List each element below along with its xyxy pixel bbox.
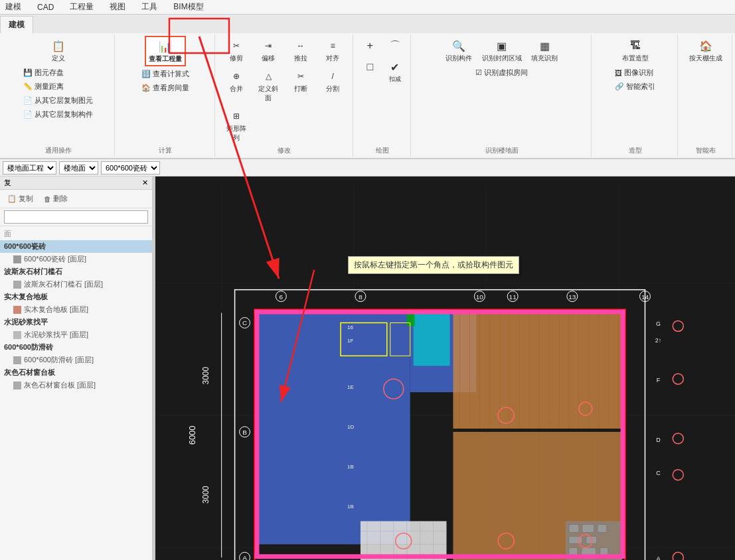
identify-area-button[interactable]: ▣ 识别封闭区域 — [479, 36, 525, 65]
subtract-button[interactable]: ✔ 扣减 — [383, 57, 406, 86]
subtract-icon: ✔ — [386, 59, 404, 75]
image-icon: 🖼 — [615, 69, 622, 77]
fill-identify-button[interactable]: ▦ 填充识别 — [527, 36, 563, 65]
push-pull-button[interactable]: ↔ 推拉 — [285, 36, 316, 65]
svg-text:16: 16 — [347, 324, 353, 330]
copy-action-btn[interactable]: 📋 复制 — [4, 192, 37, 206]
tree-item-basalt[interactable]: 波斯灰石材门槛石 — [0, 265, 152, 278]
ribbon-group-modify: ✂ 修剪 ⇥ 偏移 ↔ 推拉 ≡ 对齐 ⊕ 合并 — [216, 35, 353, 157]
group-label-shape: 造型 — [629, 145, 642, 155]
identify-comp-button[interactable]: 🔍 识别构件 — [441, 36, 477, 65]
align-button[interactable]: ≡ 对齐 — [317, 36, 349, 65]
material-select[interactable]: 600*600瓷砖 — [101, 161, 160, 175]
copy-from-layer-button[interactable]: 📄 从其它层复制图元 — [20, 94, 96, 107]
measure-dist-button[interactable]: 📏 测量距离 — [20, 80, 96, 93]
sidebar-close-icon[interactable]: ✕ — [142, 178, 148, 187]
svg-rect-55 — [582, 524, 594, 532]
break-icon: ✂ — [291, 68, 310, 84]
matrix-button[interactable]: ⊞ 矩形阵列 — [220, 106, 252, 145]
fill-id-icon: ▦ — [535, 38, 554, 54]
merge-button[interactable]: ⊕ 合并 — [220, 66, 252, 105]
delete-action-btn[interactable]: 🗑 删除 — [41, 192, 71, 206]
svg-rect-65 — [254, 554, 625, 559]
split-button[interactable]: / 分割 — [317, 66, 349, 105]
tree-item-ceramic600[interactable]: 600*600瓷砖 — [0, 240, 152, 253]
view-quantities-button[interactable]: 📊 查看工程量 — [145, 36, 186, 66]
ribbon-group-general: 📋 定义 💾 图元存盘 📏 测量距离 📄 从其它层复制图元 — [3, 35, 115, 157]
svg-text:6: 6 — [280, 293, 284, 301]
layout-icon: 🏗 — [626, 38, 645, 54]
define-button[interactable]: 📋 定义 — [42, 36, 75, 65]
menu-tools[interactable]: 工具 — [139, 0, 160, 14]
identify-virtual-button[interactable]: ☑ 识别虚拟房间 — [472, 66, 531, 79]
slope-button[interactable]: △ 定义斜面 — [253, 66, 284, 105]
menu-view[interactable]: 视图 — [107, 0, 128, 14]
menu-bim[interactable]: BIM模型 — [171, 0, 206, 14]
svg-rect-66 — [254, 310, 259, 558]
menu-build[interactable]: 建模 — [3, 0, 24, 14]
tree-item-cement-layer[interactable]: 水泥砂浆找平 [面层] — [0, 328, 152, 341]
tree-item-solidwood[interactable]: 实木复合地板 — [0, 291, 152, 303]
ribbon-tabs: 建模 — [0, 15, 735, 33]
skylight-gen-button[interactable]: 🏠 按天棚生成 — [686, 36, 726, 65]
tree-item-cement[interactable]: 水泥砂浆找平 — [0, 316, 152, 328]
svg-rect-67 — [621, 310, 625, 558]
break-button[interactable]: ✂ 打断 — [285, 66, 316, 105]
view-room-qty-button[interactable]: 🏠 查看房间量 — [138, 82, 193, 94]
floor-select[interactable]: 楼地面 — [59, 161, 98, 175]
wood-color-icon — [13, 306, 21, 314]
group-label-draw: 绘图 — [376, 145, 389, 155]
draw-arc-icon: ⌒ — [386, 38, 404, 54]
image-identify-button[interactable]: 🖼 图像识别 — [612, 66, 659, 79]
floor-eng-select[interactable]: 楼地面工程 — [3, 161, 56, 175]
store-icon: 💾 — [23, 68, 33, 77]
menu-quantities[interactable]: 工程量 — [67, 0, 96, 14]
tree-item-basalt-layer[interactable]: 波斯灰石材门槛石 [面层] — [0, 278, 152, 291]
id-comp-icon: 🔍 — [449, 38, 468, 54]
draw-rect-button[interactable]: □ — [359, 57, 382, 86]
svg-text:1B: 1B — [347, 464, 354, 470]
svg-text:B: B — [242, 429, 247, 436]
draw-line-button[interactable]: + — [359, 36, 382, 56]
tree-item-ceramic600-layer[interactable]: 600*600瓷砖 [面层] — [0, 253, 152, 265]
ribbon-group-items-shape: 🏗 布置造型 🖼 图像识别 🔗 智能索引 — [597, 36, 673, 93]
copy-icon: 📋 — [7, 194, 17, 203]
toolbar-row: 楼地面工程 楼地面 600*600瓷砖 — [0, 159, 735, 176]
tree-item-solidwood-layer[interactable]: 实木复合地板 [面层] — [0, 303, 152, 316]
draw-arc-button[interactable]: ⌒ — [383, 36, 406, 56]
search-input[interactable] — [4, 210, 148, 224]
svg-text:1B: 1B — [347, 504, 354, 510]
basalt-color-icon — [13, 281, 21, 289]
svg-text:2↑: 2↑ — [655, 337, 661, 344]
sidebar-header: 复 ✕ — [0, 176, 152, 190]
main-layout: 复 ✕ 📋 复制 🗑 删除 面 600*600瓷砖 600*600瓷砖 [面层] — [0, 176, 735, 560]
delete-icon: 🗑 — [44, 195, 51, 203]
store-elem-button[interactable]: 💾 图元存盘 — [20, 66, 96, 79]
canvas-area[interactable]: 6 8 10 11 13 14 C B A — [155, 176, 735, 560]
tree-item-antislip-layer[interactable]: 600*600防滑砖 [面层] — [0, 354, 152, 366]
svg-text:10: 10 — [476, 293, 484, 301]
sidebar-tree[interactable]: 面 600*600瓷砖 600*600瓷砖 [面层] 波斯灰石材门槛石 波斯灰石… — [0, 226, 152, 560]
view-calc-button[interactable]: 🔢 查看计算式 — [138, 68, 193, 80]
copy-layer-icon: 📄 — [23, 96, 33, 105]
svg-text:1F: 1F — [347, 338, 353, 344]
tree-item-antislip[interactable]: 600*600防滑砖 — [0, 341, 152, 354]
tree-item-graysill-layer[interactable]: 灰色石材窗台板 [面层] — [0, 379, 152, 391]
offset-button[interactable]: ⇥ 偏移 — [253, 36, 284, 65]
trim-button[interactable]: ✂ 修剪 — [220, 36, 252, 65]
tree-item-graysill[interactable]: 灰色石材窗台板 — [0, 366, 152, 379]
copy-comp-button[interactable]: 📄 从其它层复制构件 — [20, 108, 96, 121]
id-area-icon: ▣ — [493, 38, 511, 54]
quantities-icon: 📊 — [156, 38, 175, 54]
menu-cad[interactable]: CAD — [35, 1, 56, 13]
ribbon-group-smart: 🏠 按天棚生成 智能布 — [679, 35, 732, 157]
tab-build[interactable]: 建模 — [0, 16, 33, 33]
svg-text:G: G — [656, 320, 661, 327]
layout-shape-button[interactable]: 🏗 布置造型 — [619, 36, 652, 65]
align-icon: ≡ — [323, 38, 342, 54]
ribbon-group-items-general: 📋 定义 💾 图元存盘 📏 测量距离 📄 从其它层复制图元 — [7, 36, 110, 121]
sill-color-icon — [13, 382, 21, 389]
smart-index-button[interactable]: 🔗 智能索引 — [612, 80, 659, 93]
svg-rect-12 — [453, 313, 621, 429]
svg-text:3000: 3000 — [201, 486, 210, 504]
